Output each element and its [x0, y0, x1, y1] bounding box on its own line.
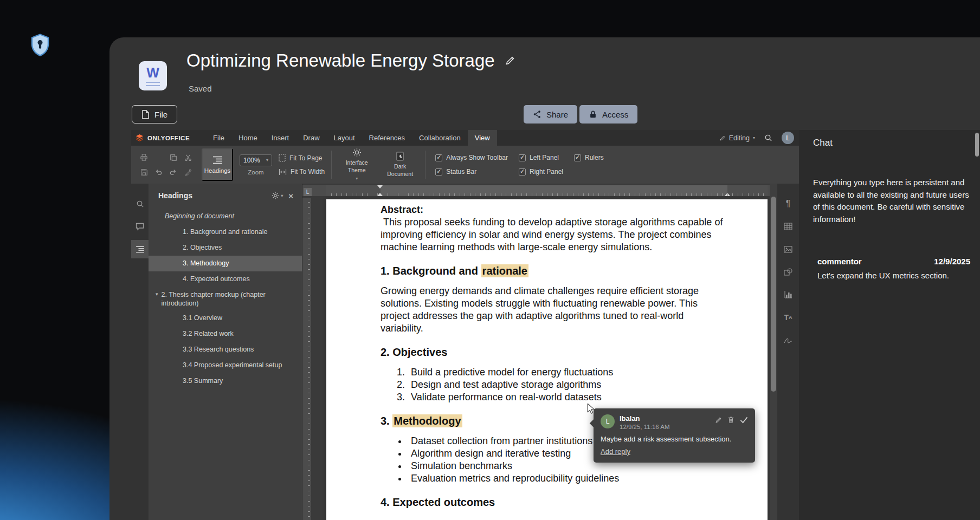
navigation-icon[interactable]	[131, 240, 149, 258]
close-panel-icon[interactable]: ×	[288, 192, 293, 200]
nav-item-objectives[interactable]: 2. Objectives	[149, 240, 302, 256]
menu-tab-draw[interactable]: Draw	[296, 130, 326, 146]
paragraph-settings-icon[interactable]: ¶	[783, 199, 793, 209]
chat-message: commentor 12/9/2025 Let's expand the UX …	[813, 257, 970, 282]
document-page[interactable]: Abstract: This proposal seeks funding to…	[326, 199, 768, 520]
comment-author: lbalan	[620, 414, 670, 423]
format-paint-icon[interactable]	[182, 166, 194, 178]
heading-objectives[interactable]: 2. Objectives	[381, 346, 727, 359]
checkbox-status-bar[interactable]: Status Bar	[435, 168, 508, 176]
print-icon[interactable]	[138, 152, 150, 164]
checkbox-icon	[519, 154, 526, 161]
checkbox-label: Right Panel	[530, 168, 563, 176]
fit-to-page-button[interactable]: Fit To Page	[279, 154, 325, 162]
menu-tab-view[interactable]: View	[468, 130, 497, 146]
signature-settings-icon[interactable]	[783, 335, 793, 345]
checkbox-label: Rulers	[585, 154, 604, 161]
cut-icon[interactable]	[182, 152, 194, 164]
word-document-icon: W	[139, 61, 167, 90]
headings-panel-toggle[interactable]: Headings	[202, 148, 233, 181]
find-icon[interactable]	[131, 194, 149, 213]
delete-comment-icon[interactable]	[727, 416, 734, 424]
heading-background-rationale[interactable]: 1. Background and rationale	[381, 264, 727, 277]
table-settings-icon[interactable]	[783, 222, 793, 231]
edit-comment-icon[interactable]	[715, 417, 722, 424]
interface-theme-label: Interface Theme	[338, 159, 375, 173]
panel-settings-button[interactable]: ▾	[272, 192, 283, 199]
search-icon[interactable]	[764, 134, 772, 142]
left-indent-marker[interactable]	[377, 190, 383, 196]
zoom-select[interactable]: 100% ▾	[240, 154, 272, 166]
document-canvas: L Abstract: This proposal seeks funding …	[302, 184, 777, 520]
menu-tab-references[interactable]: References	[362, 130, 412, 146]
nav-item-methodology[interactable]: 3. Methodology	[149, 256, 302, 271]
menu-tab-file[interactable]: File	[206, 130, 231, 146]
heading-expected-outcomes[interactable]: 4. Expected outcomes	[381, 496, 727, 509]
nav-item-related-work[interactable]: 3.2 Related work	[149, 326, 302, 342]
list-item[interactable]: Evaluation metrics and reproducibility g…	[408, 472, 727, 485]
document-scrollbar[interactable]	[770, 184, 777, 520]
save-status: Saved	[189, 84, 212, 93]
chat-scrollbar[interactable]	[975, 133, 979, 157]
checkbox-right-panel[interactable]: Right Panel	[519, 168, 563, 176]
editing-mode-dropdown[interactable]: Editing ▾	[719, 134, 755, 142]
nav-item-experimental-setup[interactable]: 3.4 Proposed experimental setup	[149, 358, 302, 373]
horizontal-ruler[interactable]: L	[302, 185, 770, 196]
nav-item-summary[interactable]: 3.5 Summary	[149, 373, 302, 389]
checkbox-label: Status Bar	[446, 168, 476, 176]
vertical-ruler[interactable]	[302, 198, 311, 520]
interface-theme-dropdown[interactable]: Interface Theme ▾	[338, 148, 375, 181]
image-settings-icon[interactable]	[783, 244, 793, 254]
nav-item-overview[interactable]: 3.1 Overview	[149, 310, 302, 326]
abstract-heading[interactable]: Abstract:	[381, 204, 727, 216]
menu-tab-layout[interactable]: Layout	[327, 130, 362, 146]
checkbox-always-show-toolbar[interactable]: Always Show Toolbar	[435, 154, 508, 161]
checkbox-left-panel[interactable]: Left Panel	[519, 154, 563, 161]
right-icon-strip: ¶ TA	[777, 184, 799, 520]
add-reply-link[interactable]: Add reply	[601, 447, 630, 456]
background-paragraph[interactable]: Growing energy demands and climate chall…	[381, 285, 727, 335]
redo-icon[interactable]	[167, 166, 179, 178]
edit-title-icon[interactable]	[505, 55, 515, 66]
nav-item-beginning[interactable]: Beginning of document	[149, 209, 302, 224]
tab-stop-selector[interactable]: L	[304, 188, 312, 196]
highlight-rationale: rationale	[481, 264, 528, 277]
scrollbar-thumb[interactable]	[771, 197, 776, 392]
shape-settings-icon[interactable]	[783, 267, 793, 277]
menu-tab-insert[interactable]: Insert	[265, 130, 296, 146]
share-button-label: Share	[546, 110, 568, 119]
objectives-list: Build a predictive model for energy fluc…	[381, 366, 727, 404]
menu-tab-collaboration[interactable]: Collaboration	[412, 130, 468, 146]
brand-label: ONLYOFFICE	[147, 135, 190, 141]
undo-icon[interactable]	[153, 166, 165, 178]
fit-to-width-button[interactable]: Fit To Width	[279, 168, 325, 176]
nav-item-expected-outcomes[interactable]: 4. Expected outcomes	[149, 271, 302, 287]
checkbox-rulers[interactable]: Rulers	[574, 154, 604, 161]
collapse-arrow-icon[interactable]	[156, 290, 158, 298]
nav-item-research-questions[interactable]: 3.3 Research questions	[149, 342, 302, 358]
access-button[interactable]: Access	[579, 105, 637, 123]
comments-icon[interactable]	[131, 217, 149, 236]
list-item[interactable]: Validate performance on real-world datas…	[408, 391, 727, 404]
dark-document-toggle[interactable]: Dark Document	[382, 152, 418, 177]
chat-privacy-notice: Everything you type here is persistent a…	[813, 177, 969, 225]
save-icon[interactable]	[138, 166, 150, 178]
toolbar-divider	[331, 151, 332, 179]
menu-tab-home[interactable]: Home	[231, 130, 265, 146]
chat-scrollbar-thumb[interactable]	[975, 133, 979, 157]
comment-avatar: L	[601, 414, 615, 428]
copy-icon[interactable]	[167, 152, 179, 164]
right-indent-marker[interactable]	[725, 190, 730, 196]
list-item[interactable]: Design and test adaptive storage algorit…	[408, 379, 727, 391]
textart-settings-icon[interactable]: TA	[783, 313, 793, 322]
abstract-paragraph[interactable]: This proposal seeks funding to develop a…	[381, 216, 727, 253]
resolve-comment-icon[interactable]	[740, 417, 748, 424]
file-button[interactable]: File	[132, 105, 177, 123]
chart-settings-icon[interactable]	[783, 290, 793, 300]
chevron-down-icon: ▾	[266, 158, 268, 162]
nav-item-background[interactable]: 1. Background and rationale	[149, 224, 302, 240]
list-item[interactable]: Build a predictive model for energy fluc…	[408, 366, 727, 379]
user-avatar[interactable]: L	[782, 132, 794, 144]
nav-item-thesis-chapter[interactable]: 2. Thesis chapter mockup (chapter introd…	[149, 287, 302, 310]
share-button[interactable]: Share	[524, 105, 577, 123]
